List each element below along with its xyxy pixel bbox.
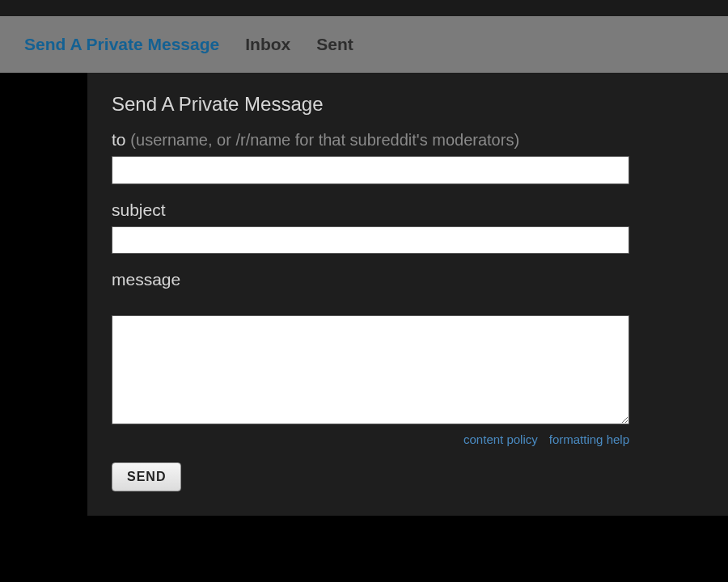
page-title: Send A Private Message [112,93,704,116]
to-label-text: to [112,130,126,149]
message-textarea[interactable] [112,315,629,424]
tab-inbox[interactable]: Inbox [245,35,290,54]
tab-sent[interactable]: Sent [316,35,353,54]
top-bar [0,0,728,16]
tab-menu: Send A Private Message Inbox Sent [0,16,728,73]
subject-label: subject [112,200,704,220]
message-field-group: message content policy formatting help [112,270,704,446]
subject-field-group: subject [112,200,704,254]
to-field-group: to (username, or /r/name for that subred… [112,130,704,184]
subject-input[interactable] [112,226,629,254]
content-policy-link[interactable]: content policy [463,432,538,446]
compose-form-panel: Send A Private Message to (username, or … [87,73,728,516]
formatting-help-link[interactable]: formatting help [549,432,629,446]
message-label: message [112,270,704,289]
content-area: Send A Private Message to (username, or … [87,73,728,516]
to-hint: (username, or /r/name for that subreddit… [130,131,519,149]
tab-compose[interactable]: Send A Private Message [24,35,219,54]
help-links: content policy formatting help [112,432,629,446]
send-button[interactable]: SEND [112,462,181,491]
to-input[interactable] [112,156,629,184]
to-label: to (username, or /r/name for that subred… [112,130,704,150]
